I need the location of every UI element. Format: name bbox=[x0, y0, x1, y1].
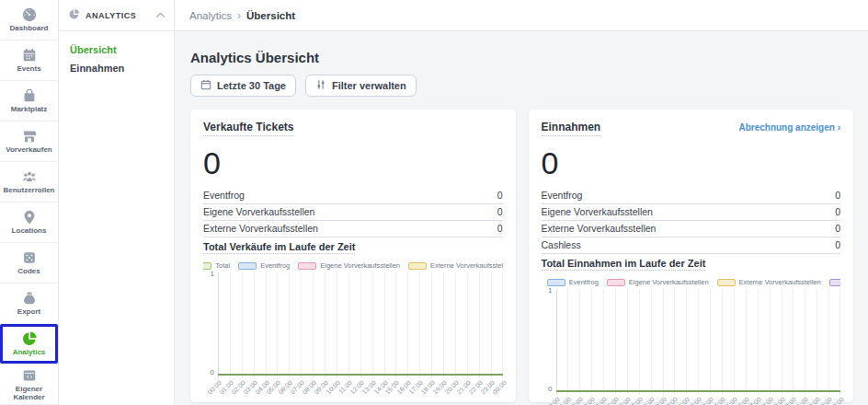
calendar-icon bbox=[21, 47, 38, 64]
legend-label: Eigene Vorverkaufsstellen bbox=[629, 278, 709, 286]
users-icon bbox=[21, 168, 38, 185]
left-icon-rail: Dashboard Events Marktplatz Vorverkaufen… bbox=[0, 0, 59, 405]
chevron-right-icon: › bbox=[237, 9, 241, 22]
card-title: Verkaufte Tickets bbox=[203, 121, 294, 136]
gridline bbox=[782, 289, 782, 395]
gridline bbox=[277, 272, 278, 378]
chart-plot-area bbox=[556, 289, 841, 392]
money-sack-icon bbox=[21, 290, 38, 307]
sidebar-item-events[interactable]: Events bbox=[0, 40, 58, 81]
gridline bbox=[746, 289, 747, 395]
sidebar-item-dashboard[interactable]: Dashboard bbox=[0, 0, 58, 40]
sidebar-item-locations[interactable]: Locations bbox=[0, 202, 58, 243]
gridline bbox=[230, 272, 231, 378]
gridline bbox=[722, 289, 723, 395]
sidebar-item-marktplatz[interactable]: Marktplatz bbox=[0, 81, 58, 122]
gridline bbox=[839, 289, 840, 395]
gridline bbox=[805, 289, 805, 395]
pie-chart-icon bbox=[21, 330, 38, 347]
gridline bbox=[627, 289, 628, 395]
gridline bbox=[443, 272, 444, 378]
legend-swatch bbox=[607, 279, 625, 286]
gridline bbox=[337, 272, 337, 378]
toolbar: Letzte 30 Tage Filter verwalten bbox=[190, 75, 853, 97]
date-range-button[interactable]: Letzte 30 Tage bbox=[190, 75, 296, 97]
gridline bbox=[289, 272, 290, 378]
gridline bbox=[828, 289, 829, 395]
sidebar-item-analytics[interactable]: Analytics bbox=[0, 324, 58, 364]
sidebar-item-eigener-kalender[interactable]: Eigener Kalender bbox=[0, 364, 58, 405]
gridline bbox=[242, 272, 243, 378]
gridline bbox=[817, 289, 817, 395]
revenue-chart: Total Einnahmen im Laufe der Zeit TotalE… bbox=[542, 254, 841, 405]
gridline bbox=[384, 272, 385, 378]
gridline bbox=[663, 289, 664, 395]
content-region: Analytics Übersicht Letzte 30 Tage Filte… bbox=[175, 31, 868, 405]
subnav-header: ANALYTICS bbox=[59, 0, 174, 31]
show-billing-link[interactable]: Abrechnung anzeigen › bbox=[738, 122, 840, 133]
shopping-bag-icon bbox=[21, 87, 38, 104]
breadcrumb-parent[interactable]: Analytics bbox=[189, 10, 232, 21]
y-axis-max: 1 bbox=[205, 270, 214, 278]
legend-swatch bbox=[298, 262, 316, 270]
chart-legend: TotalEventfrogEigene VorverkaufsstellenE… bbox=[203, 261, 503, 270]
x-axis-labels: 00:0001:0002:0003:0004:0005:0006:0007:00… bbox=[556, 392, 841, 405]
legend-label: Total bbox=[215, 261, 230, 270]
legend-label: Eventfrog bbox=[260, 261, 290, 270]
legend-item: Externe Vorverkaufsstellen bbox=[408, 261, 503, 270]
gridline bbox=[313, 272, 314, 378]
card-title: Einnahmen bbox=[542, 121, 601, 136]
gridline bbox=[301, 272, 302, 378]
filter-button[interactable]: Filter verwalten bbox=[305, 75, 417, 97]
gridline bbox=[770, 289, 771, 395]
gridline bbox=[419, 272, 420, 378]
speedometer-icon bbox=[21, 6, 38, 23]
app-window: Dashboard Events Marktplatz Vorverkaufen… bbox=[0, 0, 868, 405]
revenue-total: 0 bbox=[542, 147, 841, 179]
sidebar-item-benutzerrollen[interactable]: Benutzerrollen bbox=[0, 162, 58, 202]
analytics-subnav: ANALYTICS Übersicht Einnahmen bbox=[59, 0, 175, 405]
gridline bbox=[698, 289, 699, 395]
gridline bbox=[710, 289, 711, 395]
gridline bbox=[639, 289, 640, 395]
legend-item: Eigene Vorverkaufsstellen bbox=[607, 278, 709, 286]
gridline bbox=[360, 272, 361, 378]
gridline bbox=[455, 272, 456, 378]
sidebar-item-vorverkaufen[interactable]: Vorverkaufen bbox=[0, 122, 58, 162]
chevron-up-icon[interactable] bbox=[154, 9, 166, 21]
y-axis-max: 1 bbox=[543, 286, 553, 295]
calendar-icon bbox=[200, 79, 211, 92]
map-pin-icon bbox=[21, 209, 38, 226]
gridline bbox=[491, 272, 492, 378]
gridline bbox=[502, 272, 503, 378]
legend-label: Eventfrog bbox=[569, 278, 599, 286]
subnav-item-uebersicht[interactable]: Übersicht bbox=[59, 40, 174, 59]
chevron-right-icon: › bbox=[838, 122, 840, 133]
subnav-title: ANALYTICS bbox=[86, 11, 149, 20]
stat-row: Cashless 0 bbox=[542, 237, 841, 254]
storefront-icon bbox=[21, 128, 38, 145]
cards-row: Verkaufte Tickets 0 Eventfrog 0 Eigene V… bbox=[190, 110, 853, 402]
gridline bbox=[674, 289, 675, 395]
subnav-item-einnahmen[interactable]: Einnahmen bbox=[59, 59, 174, 77]
stat-row: Externe Vorverkaufsstellen 0 bbox=[542, 221, 841, 237]
stat-row: Eventfrog 0 bbox=[542, 188, 841, 204]
sidebar-item-codes[interactable]: Codes bbox=[0, 243, 58, 284]
subnav-items: Übersicht Einnahmen bbox=[59, 31, 174, 77]
stat-row: Eigene Vorverkaufsstellen 0 bbox=[542, 204, 841, 221]
gridline bbox=[686, 289, 687, 395]
legend-swatch bbox=[547, 279, 565, 286]
legend-label: Externe Vorverkaufsstellen bbox=[430, 261, 503, 270]
legend-swatch bbox=[717, 279, 736, 286]
legend-item: Eventfrog bbox=[547, 278, 599, 286]
gridline bbox=[395, 272, 396, 378]
legend-label: Eigene Vorverkaufsstellen bbox=[320, 261, 400, 270]
chart-title: Total Einnahmen im Laufe der Zeit bbox=[542, 258, 706, 271]
sidebar-item-export[interactable]: Export bbox=[0, 284, 58, 324]
breadcrumb: Analytics › Übersicht bbox=[175, 0, 868, 31]
chart-legend: TotalEventfrogEigene VorverkaufsstellenE… bbox=[542, 278, 841, 286]
gridline bbox=[579, 289, 580, 395]
tickets-card: Verkaufte Tickets 0 Eventfrog 0 Eigene V… bbox=[190, 110, 516, 402]
x-tick-label: 00:00 bbox=[536, 396, 560, 405]
gridline bbox=[758, 289, 759, 395]
